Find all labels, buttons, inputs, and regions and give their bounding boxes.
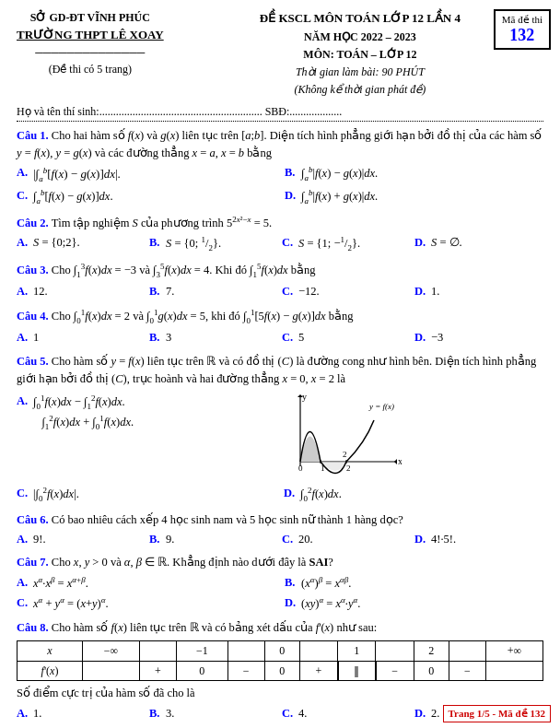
- q4-opt-c: C. 5: [282, 329, 411, 346]
- q5-graph-svg: x y y = f(x) 0 1 2: [291, 393, 543, 481]
- sign-table: x −∞ −1 0 1 2 +∞ f'(x) + 0 − 0 + ‖ − 0 −: [17, 640, 543, 681]
- question-1: Câu 1. Cho hai hàm số f(x) và g(x) liên …: [17, 127, 543, 208]
- q2-opt-d: D. S = ∅.: [414, 234, 543, 255]
- q7-text: Cho x, y > 0 và α, β ∈ ℝ. Khẳng định nào…: [52, 556, 333, 569]
- q3-opt-c: C. −12.: [282, 283, 411, 300]
- q7-opt-d: D. (xy)α = xα·yα.: [285, 594, 543, 614]
- q2-opt-b: B. S = {0; 1/2}.: [149, 234, 278, 255]
- q5-options: A. ∫01f(x)dx − ∫12f(x)dx. ∫12f(x)dx + ∫0…: [17, 393, 543, 506]
- q6-opt-b: B. 9.: [149, 531, 278, 548]
- ma-de-number: 132: [502, 26, 542, 45]
- q1-text: Cho hai hàm số f(x) và g(x) liên tục trê…: [17, 129, 542, 159]
- subject: MÔN: TOÁN – LỚP 12: [260, 46, 461, 64]
- q8-opt-c: C. 4.: [282, 705, 411, 722]
- q2-options: A. S = {0;2}. B. S = {0; 1/2}. C. S = {1…: [17, 234, 543, 255]
- q3-text: Cho ∫13f(x)dx = −3 và ∫35f(x)dx = 4. Khi…: [52, 264, 316, 276]
- q1-opt-d: D. ∫ab|f(x) + g(x)|dx.: [285, 187, 543, 208]
- header-divider: ──────────────: [17, 44, 164, 61]
- q8-text: Cho hàm số f(x) liên tục trên ℝ và có bả…: [52, 621, 377, 634]
- page-count: (Đề thi có 5 trang): [17, 61, 164, 77]
- exam-title: ĐỀ KSCL MÔN TOÁN LỚP 12 LẦN 4: [260, 9, 461, 29]
- q4-opt-d: D. −3: [414, 329, 543, 346]
- svg-text:y = f(x): y = f(x): [368, 402, 394, 411]
- q4-opt-a: A. 1: [17, 329, 146, 346]
- q6-opt-d: D. 4!·5!.: [414, 531, 543, 548]
- q7-opt-a: A. xα·xβ = xα+β.: [17, 574, 275, 593]
- svg-text:2: 2: [343, 450, 347, 459]
- q1-label: Câu 1.: [17, 129, 49, 142]
- q7-opt-c: C. xα + yα = (x+y)α.: [17, 594, 275, 614]
- q2-opt-a: A. S = {0;2}.: [17, 234, 146, 255]
- time-info: Thời gian làm bài: 90 PHÚT: [260, 64, 461, 81]
- q3-opt-b: B. 7.: [149, 283, 278, 300]
- q6-options: A. 9!. B. 9. C. 20. D. 4!·5!.: [17, 531, 543, 548]
- q3-options: A. 12. B. 7. C. −12. D. 1.: [17, 283, 543, 300]
- q1-opt-a: A. |∫ab[f(x) − g(x)]dx|.: [17, 164, 275, 185]
- q8-subtext: Số điểm cực trị của hàm số đã cho là: [17, 685, 543, 702]
- q6-opt-c: C. 20.: [282, 531, 411, 548]
- header-left: SỞ GD-ĐT VĨNH PHÚC TRƯỜNG THPT LÊ XOAY ─…: [17, 9, 164, 77]
- q2-label: Câu 2.: [17, 217, 49, 229]
- q5-opt-a: A. ∫01f(x)dx − ∫12f(x)dx. ∫12f(x)dx + ∫0…: [17, 393, 276, 481]
- header-right: ĐỀ KSCL MÔN TOÁN LỚP 12 LẦN 4 NĂM HỌC 20…: [260, 9, 461, 100]
- svg-text:y: y: [302, 393, 307, 402]
- sbd-line: Họ và tên thí sinh:.....................…: [17, 105, 543, 122]
- question-5: Câu 5. Cho hàm số y = f(x) liên tục trên…: [17, 353, 543, 506]
- q4-opt-b: B. 3: [149, 329, 278, 346]
- q5-text: Cho hàm số y = f(x) liên tục trên ℝ và c…: [17, 355, 536, 385]
- svg-text:0: 0: [298, 464, 303, 473]
- question-7: Câu 7. Cho x, y > 0 và α, β ∈ ℝ. Khẳng đ…: [17, 554, 543, 613]
- q5-graph-area: A. ∫01f(x)dx − ∫12f(x)dx. ∫12f(x)dx + ∫0…: [17, 391, 543, 506]
- q4-options: A. 1 B. 3 C. 5 D. −3: [17, 329, 543, 346]
- q7-label: Câu 7.: [17, 556, 49, 569]
- school-dept: SỞ GD-ĐT VĨNH PHÚC: [17, 9, 164, 26]
- school-name: TRƯỜNG THPT LÊ XOAY: [17, 26, 164, 44]
- q8-opt-b: B. 3.: [149, 705, 278, 722]
- q4-text: Cho ∫01f(x)dx = 2 và ∫01g(x)dx = 5, khi …: [52, 310, 354, 323]
- svg-marker-2: [394, 459, 397, 464]
- q3-opt-a: A. 12.: [17, 283, 146, 300]
- q3-opt-d: D. 1.: [414, 283, 543, 300]
- svg-text:2: 2: [346, 464, 351, 473]
- question-2: Câu 2. Tìm tập nghiệm S của phương trình…: [17, 214, 543, 255]
- question-4: Câu 4. Cho ∫01f(x)dx = 2 và ∫01g(x)dx = …: [17, 307, 543, 347]
- q2-opt-c: C. S = {1; −1/2}.: [282, 234, 411, 255]
- q8-label: Câu 8.: [17, 621, 49, 634]
- q6-opt-a: A. 9!.: [17, 531, 146, 548]
- q6-label: Câu 6.: [17, 513, 49, 526]
- q8-opt-a: A. 1.: [17, 705, 146, 722]
- q6-text: Có bao nhiêu cách xếp 4 học sinh nam và …: [52, 513, 403, 526]
- header-section: SỞ GD-ĐT VĨNH PHÚC TRƯỜNG THPT LÊ XOAY ─…: [17, 9, 543, 100]
- q5-opt-c: C. |∫02f(x)dx|.: [17, 485, 276, 506]
- q7-opt-b: B. (xα)β = xαβ.: [285, 574, 543, 593]
- q5-label: Câu 5.: [17, 355, 49, 368]
- ma-de-label: Mã đề thi: [502, 14, 542, 26]
- q5-opt-d: D. ∫02f(x)dx.: [284, 485, 543, 506]
- q4-label: Câu 4.: [17, 310, 49, 323]
- question-3: Câu 3. Cho ∫13f(x)dx = −3 và ∫35f(x)dx =…: [17, 261, 543, 301]
- ma-de-box: Mã đề thi 132: [494, 9, 551, 50]
- footer-page: Trang 1/5 - Mã đề 132: [443, 705, 552, 722]
- svg-text:x: x: [398, 456, 402, 466]
- q1-opt-b: B. ∫ab|f(x) − g(x)|dx.: [285, 164, 543, 185]
- q3-label: Câu 3.: [17, 264, 49, 276]
- school-year: NĂM HỌC 2022 – 2023: [260, 29, 461, 46]
- time-note: (Không kể thời gian phát đề): [260, 81, 461, 99]
- q2-text: Tìm tập nghiệm S của phương trình 52x²−x…: [52, 217, 273, 229]
- q1-opt-c: C. ∫ab[f(x) − g(x)]dx.: [17, 187, 275, 208]
- q5-options-text: A. ∫01f(x)dx − ∫12f(x)dx. ∫12f(x)dx + ∫0…: [17, 391, 543, 506]
- q7-options: A. xα·xβ = xα+β. B. (xα)β = xαβ. C. xα +…: [17, 574, 543, 614]
- question-6: Câu 6. Có bao nhiêu cách xếp 4 học sinh …: [17, 511, 543, 549]
- q1-options: A. |∫ab[f(x) − g(x)]dx|. B. ∫ab|f(x) − g…: [17, 164, 543, 207]
